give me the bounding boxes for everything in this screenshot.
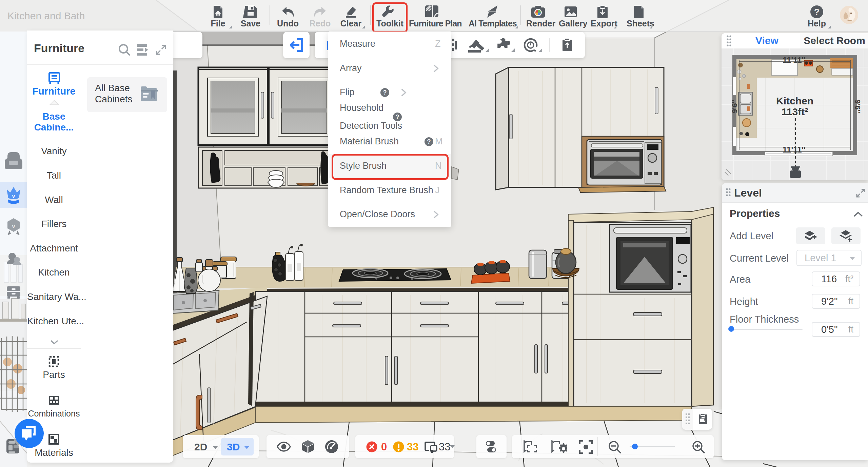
svg-text:?: ? [814, 7, 820, 17]
svg-text:v: v [12, 193, 15, 199]
svg-text:?: ? [427, 138, 431, 145]
svg-text:9'6'': 9'6'' [730, 100, 739, 113]
svg-text:v: v [12, 223, 15, 229]
svg-text:?: ? [383, 89, 387, 96]
svg-text:?: ? [396, 114, 399, 120]
svg-text:Select Room: Select Room [804, 35, 865, 46]
svg-text:113ft²: 113ft² [782, 106, 808, 117]
svg-text:View: View [755, 35, 778, 46]
svg-text:9'6'': 9'6'' [853, 100, 862, 113]
svg-text:11'11'': 11'11'' [783, 145, 806, 154]
svg-text:Kitchen: Kitchen [776, 95, 813, 106]
svg-text:11'11'': 11'11'' [783, 56, 806, 65]
